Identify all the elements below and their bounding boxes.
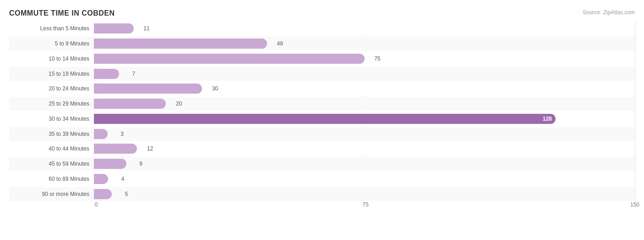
bar-track: 30 xyxy=(94,82,635,95)
bar-label: 15 to 19 Minutes xyxy=(9,71,94,77)
table-row: 45 to 59 Minutes9 xyxy=(9,157,635,171)
table-row: 25 to 29 Minutes20 xyxy=(9,97,635,111)
bar-value: 128 xyxy=(543,116,552,122)
bar-track: 11 xyxy=(94,22,635,35)
bar-track: 9 xyxy=(94,157,635,171)
bar: 5 xyxy=(94,189,112,199)
table-row: 10 to 14 Minutes75 xyxy=(9,52,635,66)
bar: 128 xyxy=(94,114,556,124)
bar-track: 5 xyxy=(94,187,635,201)
bar-label: 30 to 34 Minutes xyxy=(9,116,94,122)
bar-label: 25 to 29 Minutes xyxy=(9,100,94,107)
table-row: 35 to 39 Minutes3 xyxy=(9,127,635,141)
bar: 20 xyxy=(94,99,166,109)
bar-value: 5 xyxy=(125,191,128,197)
bar: 48 xyxy=(94,39,267,49)
bar-track: 4 xyxy=(94,172,635,186)
bar-value: 7 xyxy=(132,71,135,77)
bar-label: 35 to 39 Minutes xyxy=(9,131,94,137)
bar-label: 60 to 89 Minutes xyxy=(9,176,94,182)
bar-value: 12 xyxy=(147,145,153,152)
bar-label: 40 to 44 Minutes xyxy=(9,145,94,152)
bar-value: 4 xyxy=(121,176,125,182)
chart-container: COMMUTE TIME IN COBDEN Source: ZipAtlas.… xyxy=(0,0,644,240)
table-row: 5 to 9 Minutes48 xyxy=(9,37,635,50)
bar-track: 75 xyxy=(94,52,635,66)
source-label: Source: ZipAtlas.com xyxy=(583,9,635,16)
bar-label: 20 to 24 Minutes xyxy=(9,85,94,92)
bar-label: 45 to 59 Minutes xyxy=(9,161,94,167)
table-row: 20 to 24 Minutes30 xyxy=(9,82,635,95)
bar-label: 5 to 9 Minutes xyxy=(9,40,94,47)
bar: 9 xyxy=(94,159,126,169)
bar-track: 3 xyxy=(94,127,635,141)
bar-value: 3 xyxy=(120,131,124,137)
bar-label: 10 to 14 Minutes xyxy=(9,56,94,62)
bar-value: 11 xyxy=(143,25,149,32)
bar-label: Less than 5 Minutes xyxy=(9,25,94,32)
table-row: Less than 5 Minutes11 xyxy=(9,22,635,35)
bar: 11 xyxy=(94,23,134,33)
bar-value: 30 xyxy=(212,85,218,92)
x-axis-tick: 75 xyxy=(362,201,368,208)
chart-title: COMMUTE TIME IN COBDEN xyxy=(9,9,635,17)
bar-value: 20 xyxy=(176,100,182,107)
bar-track: 20 xyxy=(94,97,635,111)
x-axis-tick: 150 xyxy=(630,201,639,208)
bar: 75 xyxy=(94,54,365,64)
bar: 3 xyxy=(94,129,108,139)
bar: 30 xyxy=(94,84,202,94)
bar-label: 90 or more Minutes xyxy=(9,191,94,197)
table-row: 40 to 44 Minutes12 xyxy=(9,142,635,156)
bar-track: 12 xyxy=(94,142,635,156)
table-row: 30 to 34 Minutes128 xyxy=(9,112,635,126)
bar-value: 9 xyxy=(139,161,142,167)
bar: 4 xyxy=(94,174,108,184)
bar: 12 xyxy=(94,144,137,154)
chart-area: Less than 5 Minutes115 to 9 Minutes4810 … xyxy=(9,21,635,211)
bar-track: 128 xyxy=(94,112,635,126)
bar-value: 75 xyxy=(374,56,380,62)
grid-line xyxy=(635,21,635,201)
x-axis-container: 075150 xyxy=(96,201,635,211)
table-row: 60 to 89 Minutes4 xyxy=(9,172,635,186)
x-axis-tick: 0 xyxy=(95,201,98,208)
bar-track: 7 xyxy=(94,67,635,81)
table-row: 90 or more Minutes5 xyxy=(9,187,635,201)
table-row: 15 to 19 Minutes7 xyxy=(9,67,635,81)
bar-track: 48 xyxy=(94,37,635,50)
bar-value: 48 xyxy=(277,40,283,47)
bar: 7 xyxy=(94,69,119,79)
bars-section: Less than 5 Minutes115 to 9 Minutes4810 … xyxy=(9,21,635,201)
